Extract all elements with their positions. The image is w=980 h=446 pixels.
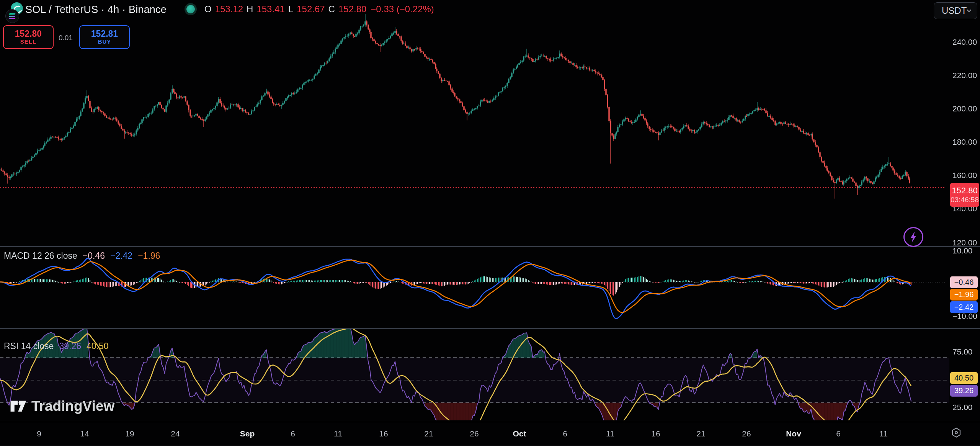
watermark-text: TradingView bbox=[31, 398, 114, 414]
macd-hist-label: −0.46 bbox=[950, 276, 978, 288]
buy-price: 152.81 bbox=[91, 29, 118, 39]
time-tick-label: 19 bbox=[125, 429, 134, 438]
high-label: H bbox=[247, 4, 253, 15]
lightning-bolt-icon bbox=[909, 232, 918, 242]
currency-label: USDT bbox=[942, 5, 967, 16]
bar-countdown: 03:46:58 bbox=[951, 196, 979, 204]
price-tick-label: 220.00 bbox=[952, 71, 977, 80]
symbol-title[interactable]: SOL / TetherUS · 4h · Binance bbox=[25, 4, 167, 16]
price-tick-label: 160.00 bbox=[952, 171, 977, 180]
ohlc-values: O153.12 H153.41 L152.67 C152.80 −0.33 (−… bbox=[204, 4, 434, 15]
macd-hist-value: −0.46 bbox=[83, 251, 105, 261]
sell-label: SELL bbox=[20, 39, 36, 45]
macd-tick-label: 10.00 bbox=[952, 246, 973, 255]
solana-coin-icon bbox=[5, 9, 19, 23]
buy-button[interactable]: 152.81 BUY bbox=[79, 25, 130, 49]
sell-price: 152.80 bbox=[15, 29, 42, 39]
rsi-tick-label: 25.00 bbox=[952, 403, 973, 412]
macd-title: MACD 12 26 close bbox=[4, 251, 77, 261]
time-tick-label: 11 bbox=[334, 429, 342, 438]
time-scale[interactable]: 9141924Sep611162126Oct611162126Nov611 bbox=[0, 422, 980, 446]
time-month-label: Oct bbox=[513, 429, 526, 438]
time-tick-label: 6 bbox=[291, 429, 295, 438]
rsi-ma-value: 40.50 bbox=[87, 341, 109, 351]
time-month-label: Nov bbox=[786, 429, 801, 438]
macd-line-value: −2.42 bbox=[110, 251, 132, 261]
macd-legend[interactable]: MACD 12 26 close −0.46 −2.42 −1.96 bbox=[4, 251, 160, 261]
symbol-logo bbox=[4, 2, 24, 19]
rsi-legend[interactable]: RSI 14 close 39.26 40.50 bbox=[4, 341, 109, 351]
rsi-tick-label: 75.00 bbox=[952, 347, 973, 356]
time-tick-label: 26 bbox=[742, 429, 751, 438]
low-value: 152.67 bbox=[297, 4, 325, 15]
low-label: L bbox=[288, 4, 293, 15]
time-tick-label: 21 bbox=[696, 429, 705, 438]
time-tick-label: 26 bbox=[470, 429, 479, 438]
time-tick-label: 6 bbox=[563, 429, 567, 438]
chart-canvas[interactable] bbox=[0, 0, 980, 446]
macd-signal-label: −1.96 bbox=[950, 289, 978, 301]
timezone-settings-button[interactable] bbox=[950, 426, 963, 439]
tradingview-watermark: TradingView bbox=[10, 398, 114, 414]
sell-button[interactable]: 152.80 SELL bbox=[3, 25, 54, 49]
last-price-value: 152.80 bbox=[952, 186, 977, 195]
macd-line-label: −2.42 bbox=[950, 301, 978, 313]
market-status-icon[interactable] bbox=[186, 5, 195, 13]
pane-separator[interactable] bbox=[0, 328, 980, 329]
buy-label: BUY bbox=[98, 39, 111, 45]
tradingview-chart-app: SOL / TetherUS · 4h · Binance O153.12 H1… bbox=[0, 0, 980, 446]
time-tick-label: 16 bbox=[379, 429, 388, 438]
close-label: C bbox=[328, 4, 335, 15]
time-tick-label: 11 bbox=[879, 429, 888, 438]
tradingview-logo-icon bbox=[10, 399, 27, 414]
time-tick-label: 21 bbox=[424, 429, 433, 438]
close-value: 152.80 bbox=[338, 4, 366, 15]
rsi-ma-label: 40.50 bbox=[950, 372, 978, 384]
time-tick-label: 16 bbox=[651, 429, 660, 438]
spread-value: 0.01 bbox=[55, 34, 77, 42]
chevron-down-icon bbox=[967, 9, 972, 13]
lightning-button[interactable] bbox=[903, 227, 923, 247]
rsi-label: 39.26 bbox=[950, 385, 978, 397]
open-label: O bbox=[204, 4, 212, 15]
open-value: 153.12 bbox=[215, 4, 243, 15]
change-value: −0.33 (−0.22%) bbox=[371, 4, 434, 15]
price-tick-label: 240.00 bbox=[952, 38, 977, 47]
gear-icon bbox=[951, 427, 962, 438]
time-month-label: Sep bbox=[240, 429, 255, 438]
last-price-label: 152.80 03:46:58 bbox=[950, 183, 979, 207]
currency-dropdown[interactable]: USDT bbox=[934, 2, 977, 19]
time-tick-row: 9141924Sep611162126Oct611162126Nov611 bbox=[0, 429, 949, 439]
price-tick-label: 180.00 bbox=[952, 137, 977, 147]
macd-signal-value: −1.96 bbox=[138, 251, 160, 261]
rsi-value: 39.26 bbox=[59, 341, 81, 351]
time-tick-label: 6 bbox=[836, 429, 841, 438]
rsi-title: RSI 14 close bbox=[4, 341, 54, 351]
price-tick-label: 200.00 bbox=[952, 104, 977, 113]
time-tick-label: 9 bbox=[37, 429, 41, 438]
time-tick-label: 24 bbox=[171, 429, 180, 438]
time-tick-label: 11 bbox=[606, 429, 614, 438]
time-tick-label: 14 bbox=[80, 429, 89, 438]
pane-separator[interactable] bbox=[0, 246, 980, 247]
high-value: 153.41 bbox=[256, 4, 284, 15]
